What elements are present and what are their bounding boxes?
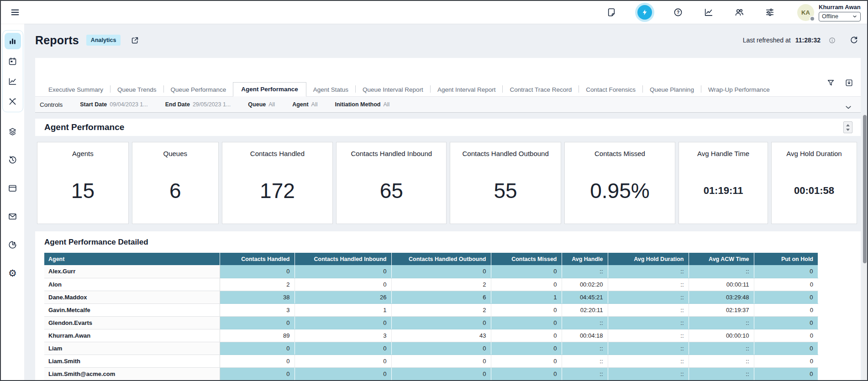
metric-cell: 6	[391, 291, 491, 303]
metric-cell: 38	[220, 291, 295, 303]
metric-cell: 0	[754, 265, 818, 278]
agent-name-cell: Alex.Gurr	[44, 265, 220, 278]
sidebar-item-layers[interactable]	[5, 123, 21, 140]
kpi-value: 6	[169, 178, 181, 203]
metric-cell: 0	[491, 265, 562, 278]
kpi-value: 172	[260, 178, 295, 203]
report-tabs: Executive SummaryQueue TrendsQueue Perfo…	[42, 82, 833, 96]
step-up-icon[interactable]	[846, 124, 850, 126]
step-down-icon[interactable]	[846, 129, 850, 131]
kpi-value: 01:19:11	[704, 185, 743, 197]
filter-end-date[interactable]: End Date29/05/2023 1...	[165, 101, 231, 108]
tab-wrap-up-performance[interactable]: Wrap-Up Performance	[701, 84, 777, 96]
metric-cell: 0	[220, 342, 295, 355]
table-row: Khurram.Awan89343000:04:18::00:00:100	[44, 329, 818, 342]
line-chart-icon[interactable]	[702, 5, 715, 19]
sidebar-item-analytics[interactable]	[5, 236, 21, 253]
info-icon[interactable]	[825, 33, 839, 47]
metric-cell: ::	[608, 316, 689, 329]
refresh-icon[interactable]	[847, 33, 861, 47]
metric-cell: 0	[295, 265, 391, 278]
kpi-card-queues: Queues6	[132, 142, 219, 224]
metric-cell: 0	[295, 316, 391, 329]
metric-cell: ::	[562, 342, 608, 355]
sidebar-item-browser[interactable]	[5, 180, 21, 196]
column-header-contacts-missed[interactable]: Contacts Missed	[491, 253, 562, 265]
layers-icon	[8, 127, 17, 136]
tab-queue-trends[interactable]: Queue Trends	[110, 84, 163, 96]
agent-name-cell: Liam.Smith@acme.com	[44, 367, 220, 380]
column-header-avg-acw-time[interactable]: Avg ACW Time	[689, 253, 754, 265]
kpi-value: 65	[380, 178, 403, 203]
metric-cell: 02:19:37	[689, 303, 754, 316]
sidebar-item-settings[interactable]: ⚙	[5, 265, 21, 281]
column-header-avg-hold-duration[interactable]: Avg Hold Duration	[608, 253, 689, 265]
analytics-badge: Analytics	[86, 35, 121, 46]
status-dot	[810, 16, 815, 21]
top-bar: ? KA Khurram Awan Offline	[1, 1, 867, 24]
controls-label: Controls	[40, 101, 63, 108]
metric-cell: ::	[689, 342, 754, 355]
tab-queue-planning[interactable]: Queue Planning	[643, 84, 701, 96]
kpi-card-contacts-missed: Contacts Missed0.95%	[564, 142, 675, 224]
sidebar-item-history[interactable]	[5, 151, 21, 168]
metric-cell: 3	[295, 329, 391, 342]
column-header-contacts-handled-outbound[interactable]: Contacts Handled Outbound	[391, 253, 491, 265]
sidebar-item-metrics[interactable]	[5, 73, 21, 89]
avatar[interactable]: KA	[797, 4, 814, 21]
tab-agent-interval-report[interactable]: Agent Interval Report	[431, 84, 503, 96]
metric-cell: 0	[754, 303, 818, 316]
filter-queue[interactable]: QueueAll	[248, 101, 275, 108]
tab-queue-performance[interactable]: Queue Performance	[164, 84, 233, 96]
metric-cell: ::	[562, 367, 608, 380]
controls-expand-chevron-icon[interactable]	[842, 100, 855, 114]
column-header-avg-handle[interactable]: Avg Handle	[562, 253, 608, 265]
table-row: Glendon.Evarts0000::::::0	[44, 316, 818, 329]
column-header-contacts-handled-inbound[interactable]: Contacts Handled Inbound	[295, 253, 391, 265]
column-header-contacts-handled[interactable]: Contacts Handled	[220, 253, 295, 265]
download-icon[interactable]	[843, 77, 854, 88]
sidebar-item-schedule[interactable]	[5, 53, 21, 69]
sliders-icon[interactable]	[763, 5, 777, 19]
metric-cell: 00:00:11	[689, 278, 754, 291]
help-icon[interactable]: ?	[671, 5, 685, 19]
chevron-down-icon	[852, 14, 857, 19]
table-row: Alex.Gurr0000::::::0	[44, 265, 818, 278]
filter-start-date[interactable]: Start Date09/04/2023 1...	[80, 101, 147, 108]
filter-agent[interactable]: AgentAll	[292, 101, 317, 108]
agent-performance-table: AgentContacts HandledContacts Handled In…	[44, 253, 818, 381]
tab-contract-trace-record[interactable]: Contract Trace Record	[503, 84, 579, 96]
external-link-icon[interactable]	[128, 33, 142, 47]
note-icon[interactable]	[605, 5, 618, 19]
tab-contact-forensics[interactable]: Contact Forensics	[579, 84, 642, 96]
page-header: Reports Analytics Last refreshed at 11:2…	[24, 24, 868, 57]
metric-cell: 0	[391, 355, 491, 367]
section-stepper[interactable]	[843, 121, 852, 133]
sidebar-analytics-group	[2, 30, 23, 112]
bar-chart-icon	[8, 37, 17, 46]
tab-agent-performance[interactable]: Agent Performance	[233, 82, 306, 97]
hamburger-menu-icon[interactable]	[8, 5, 22, 19]
line-chart-icon	[8, 77, 17, 86]
filter-initiation-method[interactable]: Initiation MethodAll	[335, 101, 389, 108]
tab-queue-interval-report[interactable]: Queue Interval Report	[356, 84, 430, 96]
filter-label: Agent	[292, 101, 308, 108]
vertical-scrollbar[interactable]	[863, 114, 867, 381]
status-dropdown[interactable]: Offline	[819, 12, 861, 21]
sidebar-item-mail[interactable]	[5, 208, 21, 224]
last-refreshed-label: Last refreshed at	[743, 37, 791, 44]
scrollbar-thumb[interactable]	[863, 115, 867, 263]
tab-executive-summary[interactable]: Executive Summary	[42, 84, 110, 96]
metric-cell: 0	[754, 367, 818, 380]
sidebar-item-design[interactable]	[5, 93, 21, 110]
history-icon	[8, 155, 17, 165]
quick-actions-button[interactable]	[635, 3, 654, 22]
kpi-label: Avg Handle Time	[697, 150, 749, 157]
filter-value: 09/04/2023 1...	[110, 101, 147, 108]
users-icon[interactable]	[732, 5, 746, 19]
tab-agent-status[interactable]: Agent Status	[306, 84, 355, 96]
sidebar-item-reports[interactable]	[5, 33, 21, 49]
column-header-agent[interactable]: Agent	[44, 253, 220, 265]
column-header-put-on-hold[interactable]: Put on Hold	[754, 253, 818, 265]
status-value: Offline	[822, 13, 838, 20]
